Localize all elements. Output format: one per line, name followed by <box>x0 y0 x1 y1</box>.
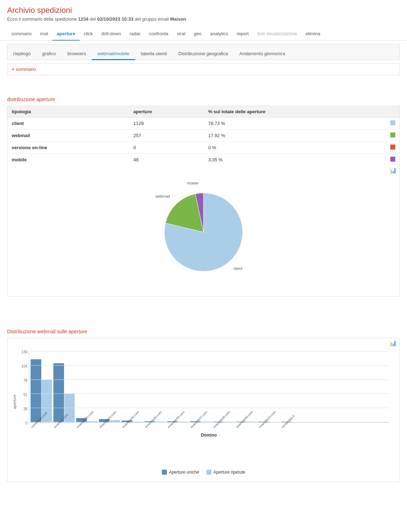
table-row: client 1129 78,73 % <box>7 118 400 130</box>
nav-tab-confronta[interactable]: confronta <box>145 27 173 41</box>
nav-tab-geo[interactable]: geo <box>190 27 206 41</box>
grid-line <box>29 365 389 366</box>
grid-line <box>29 393 389 394</box>
grid-line <box>29 408 389 408</box>
page-title: Archivio spedizioni <box>7 6 400 15</box>
nav-tab-viral[interactable]: viral <box>173 27 190 41</box>
y-tick: 104 <box>21 364 27 368</box>
pie-label-client: client <box>233 266 243 271</box>
nav-tab-elimina[interactable]: elimina <box>301 27 324 41</box>
chart-export-bar: 📊 <box>7 338 400 348</box>
pie-chart-area: clientwebmailmobile <box>7 175 400 296</box>
nav-tab-invii[interactable]: invii <box>36 27 52 41</box>
sub-tab-tabella-utenti[interactable]: tabella utenti <box>135 48 173 60</box>
nav-tab-test-visualizzazione: test visualizzazione <box>253 27 301 41</box>
distribuzione-aperture-table: tipologiaaperture% sul totale delle aper… <box>7 106 400 166</box>
nav-tab-radar[interactable]: radar <box>125 27 144 41</box>
sommario-toggle[interactable]: + sommario <box>12 67 36 72</box>
x-axis-labels: contactlab.comexample.comexample01.comex… <box>29 424 389 430</box>
legend-uniche: Aperture uniche <box>162 470 199 475</box>
pie-label-webmail: webmail <box>155 194 170 198</box>
page-header: Archivio spedizioni Ecco il sommario del… <box>0 0 407 25</box>
nav-tab-drill-down[interactable]: drill-down <box>97 27 126 41</box>
main-content: riepilogograficobrowserswebmail/mobileta… <box>0 44 407 482</box>
bar-chart-wrapper: aperture 0265278104130 contactlab.comexa… <box>7 348 400 466</box>
nav-tab-click[interactable]: click <box>80 27 97 41</box>
page-subtitle: Ecco il sommario della spedizione 1234 d… <box>7 16 400 22</box>
pie-label-mobile: mobile <box>187 182 198 185</box>
legend-ripetute-color <box>206 470 211 475</box>
legend-ripetute: Aperture ripetute <box>206 470 245 475</box>
sub-tab-grafico[interactable]: grafico <box>36 48 62 60</box>
chart-export-pie: 📊 <box>7 166 400 175</box>
legend-uniche-label: Aperture uniche <box>169 470 199 475</box>
sub-tab-distribuzione-geografica[interactable]: Distribuzione geografica <box>173 48 233 60</box>
sub-tab-andamento[interactable]: Andamento giorno/ora <box>234 48 291 60</box>
sub-tab-riepilogo[interactable]: riepilogo <box>7 48 36 60</box>
y-axis-ticks: 0265278104130 <box>15 351 29 423</box>
table-row: mobile 48 3,35 % <box>7 154 400 166</box>
nav-tab-aperture[interactable]: aperture <box>52 27 79 41</box>
sommario-section: + sommario <box>7 63 400 75</box>
grid-lines <box>29 351 389 422</box>
sub-navigation: riepilogograficobrowserswebmail/mobileta… <box>7 44 400 60</box>
bar-chart-inner: 0265278104130 contactlab.comexample.come… <box>29 351 389 438</box>
distribuzione-aperture-table-container: tipologiaaperture% sul totale delle aper… <box>7 106 400 297</box>
table-row: webmail 257 17,92 % <box>7 130 400 142</box>
export-icon-bar[interactable]: 📊 <box>390 340 397 346</box>
distribuzione-aperture-title: distribuzione aperture <box>7 97 400 102</box>
bar-chart-legend: Aperture uniche Aperture ripetute <box>7 470 400 475</box>
grid-line <box>29 380 389 380</box>
legend-ripetute-label: Aperture ripetute <box>213 470 245 475</box>
distribuzione-webmail-chart-container: 📊 aperture 0265278104130 contactlab.come… <box>7 338 400 482</box>
nav-tab-sommario[interactable]: sommario <box>7 27 36 41</box>
main-navigation: sommarioinviiapertureclickdrill-downrada… <box>0 27 407 41</box>
bars-area <box>29 351 389 423</box>
export-icon-pie[interactable]: 📊 <box>390 167 397 173</box>
y-tick: 78 <box>23 379 27 382</box>
sub-tab-webmail-mobile[interactable]: webmail/mobile <box>92 48 135 60</box>
nav-tab-analytics[interactable]: analytics <box>206 27 233 41</box>
table-row: versione on-line 0 0 % <box>7 142 400 154</box>
x-axis-title: Domino <box>29 433 389 438</box>
y-tick: 26 <box>23 407 27 411</box>
grid-line <box>29 351 389 351</box>
y-tick: 52 <box>23 393 27 397</box>
sub-tab-browsers[interactable]: browsers <box>62 48 92 60</box>
pie-chart: clientwebmailmobile <box>147 182 260 282</box>
legend-uniche-color <box>162 470 167 475</box>
y-tick: 0 <box>25 421 27 425</box>
nav-tab-report[interactable]: report <box>232 27 253 41</box>
y-tick: 130 <box>21 350 27 354</box>
distribuzione-webmail-title: Distribuzione webmail sulle aperture <box>7 329 400 334</box>
